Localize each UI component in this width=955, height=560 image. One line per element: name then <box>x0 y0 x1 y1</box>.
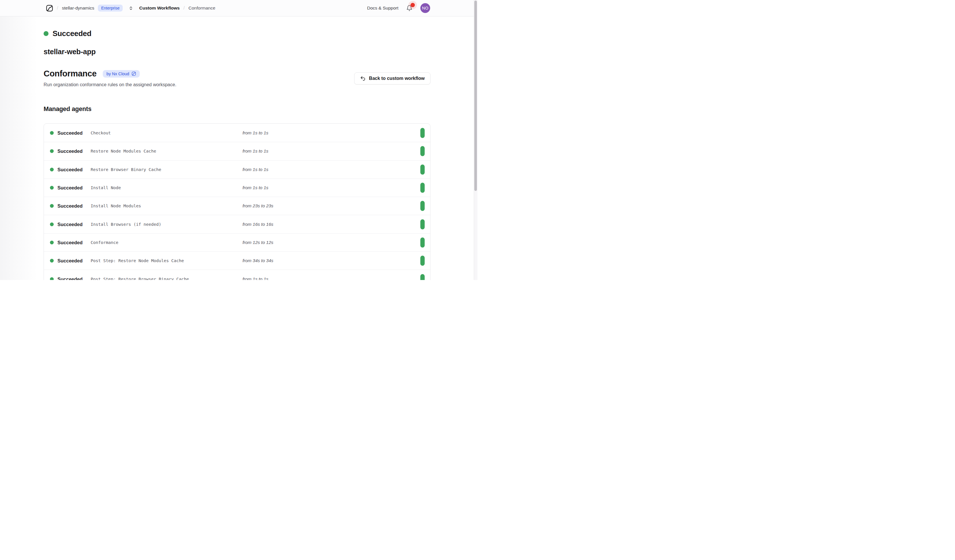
step-name: Restore Node Modules Cache <box>91 149 156 153</box>
step-name: Conformance <box>91 240 118 245</box>
agent-step-row[interactable]: Succeeded Install Node Modules from 23s … <box>44 197 430 215</box>
step-name: Post Step: Restore Browser Binary Cache <box>91 277 189 280</box>
workspace-switcher[interactable] <box>129 6 133 10</box>
step-duration: from 16s to 16s <box>243 222 273 227</box>
header-actions: Docs & Support NO <box>367 3 430 13</box>
run-status-label: Succeeded <box>53 29 91 38</box>
step-status-label: Succeeded <box>58 203 83 209</box>
by-nx-cloud-badge[interactable]: by Nx Cloud <box>103 70 140 78</box>
agent-step-row[interactable]: Succeeded Restore Node Modules Cache fro… <box>44 142 430 160</box>
run-status: Succeeded <box>44 29 431 38</box>
step-timeline-bar <box>420 256 425 266</box>
plan-badge: Enterprise <box>98 5 123 11</box>
step-status-dot <box>50 167 54 171</box>
agent-step-row[interactable]: Succeeded Restore Browser Binary Cache f… <box>44 160 430 178</box>
step-status-label: Succeeded <box>58 240 83 245</box>
step-status-dot <box>50 222 54 226</box>
step-timeline-bar <box>420 274 425 280</box>
step-status-label: Succeeded <box>58 167 83 172</box>
step-timeline-bar <box>420 201 425 211</box>
step-status-dot <box>50 277 54 280</box>
breadcrumb-section[interactable]: Custom Workflows <box>139 5 180 11</box>
breadcrumb: / stellar-dynamics Enterprise Custom Wor… <box>46 5 215 12</box>
agent-step-row[interactable]: Succeeded Conformance from 12s to 12s <box>44 233 430 251</box>
agent-step-row[interactable]: Succeeded Checkout from 1s to 1s <box>44 124 430 142</box>
back-to-custom-workflow-button[interactable]: Back to custom workflow <box>354 72 431 84</box>
step-timeline-bar <box>420 164 425 175</box>
step-duration: from 1s to 1s <box>243 276 268 280</box>
step-duration: from 23s to 23s <box>243 203 273 209</box>
breadcrumb-org[interactable]: stellar-dynamics <box>62 5 94 11</box>
step-timeline-bar <box>420 128 425 138</box>
step-duration: from 1s to 1s <box>243 167 268 172</box>
step-timeline-bar <box>420 146 425 156</box>
step-status-label: Succeeded <box>58 276 83 280</box>
workflow-title-block: Conformance by Nx Cloud Run organization… <box>44 69 176 87</box>
step-name: Checkout <box>91 131 111 135</box>
breadcrumb-separator: / <box>57 5 58 11</box>
left-edge-shade <box>0 16 38 280</box>
step-status-dot <box>50 186 54 190</box>
step-name: Install Node Modules <box>91 204 141 208</box>
by-nx-cloud-label: by Nx Cloud <box>106 72 129 76</box>
step-status-dot <box>50 240 54 244</box>
agent-step-row[interactable]: Succeeded Post Step: Restore Browser Bin… <box>44 270 430 280</box>
managed-agents-list: Succeeded Checkout from 1s to 1s Succeed… <box>44 123 431 280</box>
back-button-label: Back to custom workflow <box>369 76 425 81</box>
page-title: Conformance <box>44 69 97 78</box>
notification-dot <box>410 3 415 7</box>
nx-cloud-logo-icon[interactable] <box>46 5 53 12</box>
top-navbar: / stellar-dynamics Enterprise Custom Wor… <box>0 0 478 16</box>
step-status-label: Succeeded <box>58 148 83 154</box>
workspace-name: stellar-web-app <box>44 48 431 56</box>
agent-step-row[interactable]: Succeeded Post Step: Restore Node Module… <box>44 251 430 270</box>
step-name: Restore Browser Binary Cache <box>91 167 161 172</box>
step-duration: from 1s to 1s <box>243 148 268 154</box>
breadcrumb-separator: / <box>183 5 185 11</box>
step-status-label: Succeeded <box>58 258 83 264</box>
status-dot <box>44 31 49 36</box>
step-status-label: Succeeded <box>58 222 83 227</box>
step-status-dot <box>50 131 54 135</box>
step-name: Install Browsers (if needed) <box>91 222 161 227</box>
nx-cloud-badge-icon <box>132 72 136 76</box>
scrollbar-thumb[interactable] <box>474 1 477 191</box>
workflow-description: Run organization conformance rules on th… <box>44 82 176 87</box>
step-duration: from 1s to 1s <box>243 185 268 190</box>
breadcrumb-page: Conformance <box>188 5 215 11</box>
avatar[interactable]: NO <box>420 3 430 13</box>
step-status-label: Succeeded <box>58 185 83 190</box>
step-duration: from 1s to 1s <box>243 130 268 136</box>
step-timeline-bar <box>420 183 425 193</box>
step-timeline-bar <box>420 237 425 247</box>
step-status-dot <box>50 259 54 263</box>
managed-agents-heading: Managed agents <box>44 106 431 113</box>
agent-step-row[interactable]: Succeeded Install Node from 1s to 1s <box>44 178 430 197</box>
page-scrollbar <box>474 0 478 280</box>
chevrons-up-down-icon <box>129 6 133 10</box>
step-duration: from 34s to 34s <box>243 258 273 263</box>
agent-step-row[interactable]: Succeeded Install Browsers (if needed) f… <box>44 215 430 233</box>
step-status-dot <box>50 150 54 153</box>
step-name: Post Step: Restore Node Modules Cache <box>91 258 184 263</box>
step-status-label: Succeeded <box>58 130 83 136</box>
step-status-dot <box>50 204 54 208</box>
undo-arrow-icon <box>360 76 366 81</box>
docs-support-link[interactable]: Docs & Support <box>367 5 398 11</box>
notifications-button[interactable] <box>406 5 413 11</box>
step-timeline-bar <box>420 219 425 229</box>
step-name: Install Node <box>91 186 121 190</box>
main-content: Succeeded stellar-web-app Conformance by… <box>44 16 431 280</box>
workflow-header: Conformance by Nx Cloud Run organization… <box>44 69 431 87</box>
step-duration: from 12s to 12s <box>243 240 273 245</box>
